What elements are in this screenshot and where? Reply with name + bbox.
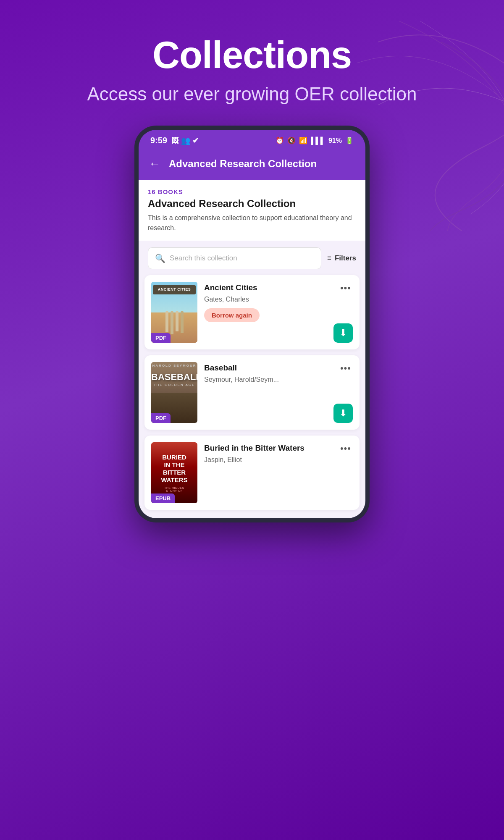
- book-title-baseball: Baseball: [204, 363, 339, 373]
- cover-art: ANCIENT CITIES: [151, 282, 197, 343]
- app-header-title: Advanced Research Collection: [169, 158, 357, 170]
- book-author-buried: Jaspin, Elliot: [204, 456, 353, 464]
- battery-level: 91%: [328, 137, 342, 144]
- collection-title: Advanced Research Collection: [148, 198, 356, 210]
- book-cover-baseball: HAROLD SEYMOUR BASEBALL THE GOLDEN AGE P…: [151, 362, 197, 423]
- books-count: 16 BOOKS: [148, 188, 356, 195]
- mute-icon: 🔇: [287, 136, 296, 144]
- more-options-ancient-cities[interactable]: •••: [339, 283, 353, 294]
- status-bar: 9:59 🖼 👥 ✔ ⏰ 🔇 📶 ▌▌▌ 91% 🔋: [139, 130, 365, 150]
- page-title: Collections: [87, 34, 417, 77]
- search-box[interactable]: 🔍 Search this collection: [148, 247, 321, 269]
- more-options-baseball[interactable]: •••: [339, 363, 353, 374]
- status-left: 9:59 🖼 👥 ✔: [150, 136, 199, 145]
- status-icons: ⏰ 🔇 📶 ▌▌▌ 91% 🔋: [276, 136, 354, 144]
- book-info-buried: Buried in the Bitter Waters ••• Jaspin, …: [204, 442, 353, 503]
- search-placeholder-text: Search this collection: [170, 254, 237, 262]
- search-icon: 🔍: [155, 253, 165, 263]
- book-title-ancient-cities: Ancient Cities: [204, 283, 339, 293]
- book-card-bottom-baseball: ⬇: [204, 404, 353, 423]
- book-title-buried: Buried in the Bitter Waters: [204, 443, 339, 454]
- phone-volume-up-button: [134, 197, 136, 226]
- format-badge-baseball: PDF: [151, 413, 171, 423]
- app-header: ← Advanced Research Collection: [139, 150, 365, 180]
- phone-mockup: 9:59 🖼 👥 ✔ ⏰ 🔇 📶 ▌▌▌ 91% 🔋 ← Advanced Re…: [134, 126, 370, 522]
- book-info-baseball: Baseball ••• Seymour, Harold/Seym... ⬇: [204, 362, 353, 423]
- wifi-icon: 📶: [299, 136, 307, 144]
- phone-volume-down-button: [134, 235, 136, 264]
- book-info-ancient-cities: Ancient Cities ••• Gates, Charles Borrow…: [204, 282, 353, 343]
- book-info-header: Ancient Cities •••: [204, 283, 353, 294]
- book-author-ancient-cities: Gates, Charles: [204, 296, 353, 303]
- format-badge-buried: EPUB: [151, 494, 175, 503]
- filter-icon: ≡: [327, 254, 331, 262]
- collection-info: 16 BOOKS Advanced Research Collection Th…: [139, 180, 365, 241]
- collection-description: This is a comprehensive collection to su…: [148, 213, 356, 233]
- phone-power-button: [368, 180, 370, 205]
- search-filters-row: 🔍 Search this collection ≡ Filters: [139, 247, 365, 269]
- books-list: ANCIENT CITIES PD: [139, 275, 365, 518]
- book-info-header-buried: Buried in the Bitter Waters •••: [204, 443, 353, 454]
- book-author-baseball: Seymour, Harold/Seym...: [204, 376, 353, 383]
- content-area: 16 BOOKS Advanced Research Collection Th…: [139, 180, 365, 518]
- book-card-buried[interactable]: BURIEDIN THEBITTERWATERS THE HIDDENSTORY…: [144, 436, 360, 510]
- battery-icon: 🔋: [345, 136, 354, 144]
- alarm-icon: ⏰: [276, 136, 284, 144]
- more-options-buried[interactable]: •••: [339, 443, 353, 454]
- download-button-baseball[interactable]: ⬇: [333, 404, 353, 423]
- book-info-header-baseball: Baseball •••: [204, 363, 353, 374]
- format-badge-ancient-cities: PDF: [151, 333, 171, 343]
- book-card-bottom-ancient-cities: ⬇: [204, 323, 353, 343]
- filters-label: Filters: [335, 254, 356, 262]
- book-card-ancient-cities[interactable]: ANCIENT CITIES PD: [144, 275, 360, 349]
- signal-icon: ▌▌▌: [311, 137, 325, 144]
- phone-silent-button: [134, 172, 136, 189]
- filters-button[interactable]: ≡ Filters: [327, 254, 356, 262]
- download-button-ancient-cities[interactable]: ⬇: [333, 323, 353, 343]
- notification-icons: 🖼 👥 ✔: [171, 136, 199, 145]
- page-subtitle: Access our ever growing OER collection: [87, 84, 417, 105]
- book-card-baseball[interactable]: HAROLD SEYMOUR BASEBALL THE GOLDEN AGE P…: [144, 355, 360, 430]
- phone-frame: 9:59 🖼 👥 ✔ ⏰ 🔇 📶 ▌▌▌ 91% 🔋 ← Advanced Re…: [134, 126, 370, 522]
- book-cover-buried: BURIEDIN THEBITTERWATERS THE HIDDENSTORY…: [151, 442, 197, 503]
- book-cover-ancient-cities: ANCIENT CITIES PD: [151, 282, 197, 343]
- page-header: Collections Access our ever growing OER …: [87, 0, 417, 105]
- status-time: 9:59: [150, 136, 167, 145]
- back-button[interactable]: ←: [147, 155, 162, 172]
- borrow-again-button[interactable]: Borrow again: [204, 308, 260, 322]
